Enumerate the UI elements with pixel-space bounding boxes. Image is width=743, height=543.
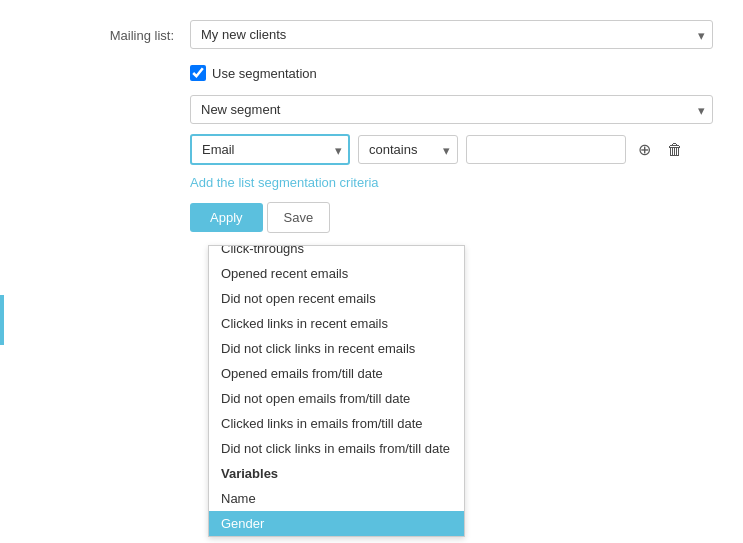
dropdown-item[interactable]: Clicked links in emails from/till date [209, 411, 464, 436]
action-buttons: Apply Save [190, 202, 713, 233]
field-select[interactable]: Email [190, 134, 350, 165]
mailing-list-select-wrapper: My new clients [190, 20, 713, 49]
use-segmentation-checkbox[interactable] [190, 65, 206, 81]
new-segment-select[interactable]: New segment [190, 95, 713, 124]
dropdown-item[interactable]: Did not click links in emails from/till … [209, 436, 464, 461]
mailing-list-control: My new clients [190, 20, 713, 49]
segment-area: New segment Email contains ⊕ 🗑 Add the l… [190, 95, 713, 233]
apply-button[interactable]: Apply [190, 203, 263, 232]
use-segmentation-label: Use segmentation [212, 66, 317, 81]
criteria-value-input[interactable] [466, 135, 626, 164]
dropdown-item[interactable]: Did not click links in recent emails [209, 336, 464, 361]
new-segment-wrapper: New segment [190, 95, 713, 124]
dropdown-item[interactable]: Opened recent emails [209, 261, 464, 286]
add-criteria-icon-btn[interactable]: ⊕ [634, 136, 655, 163]
dropdown-list-inner[interactable]: Opened and clicked a linkOpened and clic… [209, 246, 464, 536]
mailing-list-select[interactable]: My new clients [190, 20, 713, 49]
dropdown-item[interactable]: Clicked links in recent emails [209, 311, 464, 336]
use-segmentation-row: Use segmentation [190, 65, 713, 81]
save-button[interactable]: Save [267, 202, 331, 233]
dropdown-group-header: Variables [209, 461, 464, 486]
segment-select-wrap: New segment [190, 95, 713, 124]
main-container: Mailing list: My new clients Use segment… [0, 0, 743, 543]
dropdown-item[interactable]: Did not open emails from/till date [209, 386, 464, 411]
field-select-wrapper: Email [190, 134, 350, 165]
mailing-list-row: Mailing list: My new clients [30, 20, 713, 49]
mailing-list-label: Mailing list: [30, 20, 190, 43]
dropdown-item[interactable]: Gender [209, 511, 464, 536]
dropdown-item[interactable]: Name [209, 486, 464, 511]
dropdown-list: Opened and clicked a linkOpened and clic… [208, 245, 465, 537]
add-criteria-link[interactable]: Add the list segmentation criteria [190, 175, 379, 190]
delete-criteria-icon-btn[interactable]: 🗑 [663, 137, 687, 163]
operator-select[interactable]: contains [358, 135, 458, 164]
dropdown-item[interactable]: Did not open recent emails [209, 286, 464, 311]
dropdown-item[interactable]: Click-throughs [209, 246, 464, 261]
dropdown-item[interactable]: Opened emails from/till date [209, 361, 464, 386]
left-accent-bar [0, 295, 4, 345]
criteria-row: Email contains ⊕ 🗑 [190, 134, 713, 165]
operator-select-wrapper: contains [358, 135, 458, 164]
